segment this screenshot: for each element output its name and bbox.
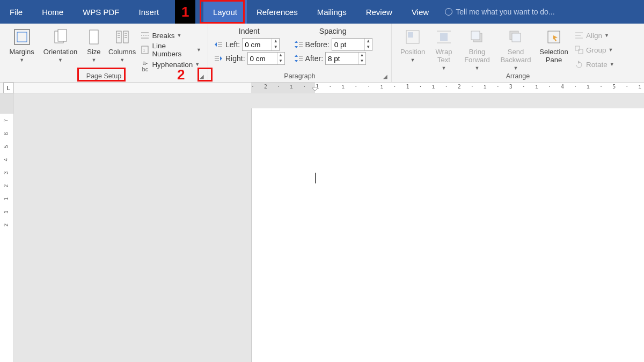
page-setup-dialog-launcher[interactable]: ◢ xyxy=(198,72,206,80)
group-button[interactable]: Group ▼ xyxy=(573,43,616,56)
tab-mailings[interactable]: Mailings xyxy=(308,0,356,24)
columns-icon xyxy=(113,28,131,46)
svg-marker-22 xyxy=(220,56,222,61)
svg-marker-32 xyxy=(295,60,298,62)
spinner-up-icon[interactable]: ▲ xyxy=(358,53,365,58)
ribbon: Margins▼ Orientation▼ Size▼ Columns▼ Bre… xyxy=(0,24,644,83)
selection-pane-button[interactable]: Selection Pane xyxy=(537,26,571,72)
tab-selector[interactable]: L xyxy=(3,83,14,93)
group-label-paragraph: Paragraph xyxy=(214,72,386,81)
size-button[interactable]: Size▼ xyxy=(83,26,105,72)
spacing-before-icon xyxy=(294,40,303,49)
dropdown-icon: ▼ xyxy=(514,65,518,71)
ruler-corner: L xyxy=(0,83,251,93)
position-button[interactable]: Position▼ xyxy=(397,26,428,72)
spacing-before-input[interactable] xyxy=(332,39,364,50)
columns-button[interactable]: Columns▼ xyxy=(107,26,137,72)
line-numbers-button[interactable]: 1Line Numbers ▼ xyxy=(139,43,202,56)
indent-right-input[interactable] xyxy=(248,53,277,64)
bring-forward-button[interactable]: Bring Forward▼ xyxy=(459,26,495,72)
group-label-page-setup: Page Setup xyxy=(5,72,202,81)
margins-icon xyxy=(13,28,31,46)
tab-insert[interactable]: Insert xyxy=(129,0,169,24)
svg-marker-53 xyxy=(312,87,318,91)
spinner-up-icon[interactable]: ▲ xyxy=(272,39,279,45)
indent-left-input[interactable] xyxy=(243,39,272,50)
tab-wps-pdf[interactable]: WPS PDF xyxy=(73,0,129,24)
tab-file[interactable]: File xyxy=(0,0,32,24)
document-area[interactable] xyxy=(251,93,644,362)
spinner-down-icon[interactable]: ▼ xyxy=(358,58,365,64)
send-backward-button[interactable]: Send Backward▼ xyxy=(497,26,535,72)
dropdown-icon: ▼ xyxy=(58,57,63,63)
svg-rect-44 xyxy=(512,33,521,42)
dropdown-icon: ▼ xyxy=(177,33,181,38)
indent-left-spinner[interactable]: ▲▼ xyxy=(242,38,280,51)
spacing-before-label: Before: xyxy=(305,40,330,49)
annotation-number-1: 1 xyxy=(175,0,195,24)
dropdown-icon: ▼ xyxy=(195,62,200,67)
margins-button[interactable]: Margins▼ xyxy=(5,26,38,72)
rotate-icon xyxy=(574,60,584,69)
dropdown-icon: ▼ xyxy=(442,65,447,71)
dropdown-icon: ▼ xyxy=(91,57,96,63)
dropdown-icon: ▼ xyxy=(604,33,609,38)
indent-left-icon xyxy=(214,40,223,49)
tab-layout[interactable]: Layout xyxy=(203,0,247,24)
hyphenation-button[interactable]: a-bcHyphenation ▼ xyxy=(139,58,202,71)
breaks-icon xyxy=(140,31,150,40)
vertical-ruler[interactable]: 2 1 1 2 3 4 5 6 7 xyxy=(0,93,14,362)
indent-left-label: Left: xyxy=(225,40,240,49)
indent-header: Indent xyxy=(214,27,285,35)
svg-rect-6 xyxy=(123,31,128,43)
tab-view[interactable]: View xyxy=(402,0,438,24)
annotation-number-2: 2 xyxy=(177,67,185,83)
group-icon xyxy=(574,45,584,55)
dropdown-icon: ▼ xyxy=(610,62,614,67)
spinner-up-icon[interactable]: ▲ xyxy=(277,53,284,58)
svg-marker-27 xyxy=(295,46,298,48)
line-numbers-icon: 1 xyxy=(140,45,150,55)
spinner-down-icon[interactable]: ▼ xyxy=(277,58,284,64)
spacing-after-spinner[interactable]: ▲▼ xyxy=(325,52,366,65)
svg-rect-37 xyxy=(408,32,413,38)
send-backward-icon xyxy=(507,28,525,46)
spinner-down-icon[interactable]: ▼ xyxy=(272,45,279,50)
horizontal-ruler[interactable]: · 2 · ı · 1 · ı · · ı · 1 · ı · 2 · ı · … xyxy=(251,83,644,93)
align-icon xyxy=(574,31,584,40)
dropdown-icon: ▼ xyxy=(609,47,613,53)
spacing-after-icon xyxy=(294,54,303,63)
wrap-text-button[interactable]: Wrap Text▼ xyxy=(430,26,457,72)
breaks-button[interactable]: Breaks ▼ xyxy=(139,29,202,42)
spacing-after-label: After: xyxy=(305,54,323,63)
svg-rect-38 xyxy=(440,33,448,41)
indent-marker-icon[interactable] xyxy=(312,87,318,93)
bring-forward-icon xyxy=(468,28,486,46)
menu-bar: File Home WPS PDF Insert D Layout Refere… xyxy=(0,0,644,24)
page-sheet[interactable] xyxy=(251,108,644,362)
spacing-before-spinner[interactable]: ▲▼ xyxy=(332,38,372,51)
spacing-header: Spacing xyxy=(294,27,372,35)
group-label-arrange: Arrange xyxy=(397,72,639,81)
lightbulb-icon xyxy=(445,8,452,16)
tab-review[interactable]: Review xyxy=(356,0,402,24)
dropdown-icon: ▼ xyxy=(411,57,415,63)
tab-home[interactable]: Home xyxy=(32,0,73,24)
group-arrange: Position▼ Wrap Text▼ Bring Forward▼ Send… xyxy=(392,24,644,82)
svg-rect-0 xyxy=(14,29,30,45)
orientation-icon xyxy=(52,28,70,46)
paragraph-dialog-launcher[interactable]: ◢ xyxy=(382,72,389,80)
svg-rect-5 xyxy=(116,31,121,43)
tell-me-search[interactable]: Tell me what you want to do... xyxy=(438,8,554,16)
spacing-after-input[interactable] xyxy=(326,53,358,64)
wrap-text-icon xyxy=(435,28,453,46)
indent-right-label: Right: xyxy=(225,54,245,63)
align-button[interactable]: Align ▼ xyxy=(573,29,616,42)
indent-right-spinner[interactable]: ▲▼ xyxy=(247,52,285,65)
spinner-down-icon[interactable]: ▼ xyxy=(365,45,372,50)
svg-text:1: 1 xyxy=(143,48,145,53)
orientation-button[interactable]: Orientation▼ xyxy=(40,26,80,72)
spinner-up-icon[interactable]: ▲ xyxy=(365,39,372,45)
tab-references[interactable]: References xyxy=(247,0,308,24)
rotate-button[interactable]: Rotate ▼ xyxy=(573,58,616,71)
